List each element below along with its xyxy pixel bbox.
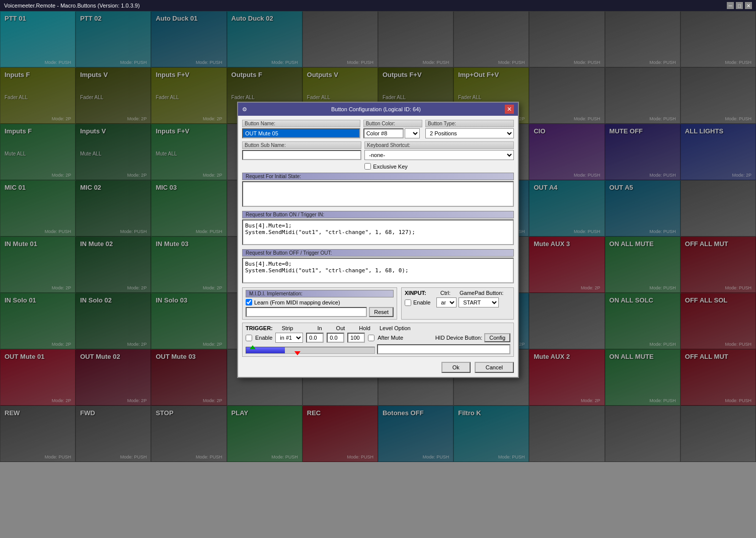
button-color-group: Button Color: ▼	[363, 120, 422, 138]
keyboard-shortcut-label: Keyboard Shortcut:	[364, 141, 514, 149]
xinput-enable-label: Enable	[413, 299, 430, 305]
out-label: Out	[336, 325, 345, 331]
modal-overlay: ⚙ Button Configuration (Logical ID: 64) …	[0, 11, 756, 538]
minimize-button[interactable]: ─	[727, 2, 734, 9]
config-button[interactable]: Config	[484, 333, 510, 342]
initial-state-section: Request For Initial State:	[242, 173, 514, 208]
request-off-label: Request for Button OFF / Trigger OUT:	[242, 249, 514, 257]
in-value-input[interactable]	[306, 333, 324, 343]
trigger-enable-checkbox[interactable]	[246, 335, 252, 341]
maximize-button[interactable]: □	[736, 2, 743, 9]
gamepad-label: GamePad Button:	[460, 290, 503, 296]
dialog-close-button[interactable]: ✕	[505, 105, 514, 114]
button-color-label: Button Color:	[363, 120, 422, 127]
in-label: In	[317, 325, 322, 331]
exclusive-key-checkbox[interactable]	[364, 163, 371, 170]
exclusive-key-row: Exclusive Key	[364, 163, 514, 170]
learn-checkbox[interactable]	[246, 299, 252, 305]
xinput-enable-row: Enable	[405, 299, 430, 306]
midi-section: M.I.D.I. Implementation: Learn (From MID…	[242, 287, 397, 320]
ok-button[interactable]: Ok	[441, 362, 471, 373]
xinput-label: XINPUT:	[405, 290, 426, 296]
level-option-label: Level Option	[380, 325, 411, 331]
hold-label: Hold	[359, 325, 370, 331]
button-type-select[interactable]: 2 Positions	[425, 128, 514, 138]
ctrl-label: Ctrl:	[440, 290, 450, 296]
initial-state-textarea[interactable]	[242, 181, 514, 207]
button-subname-group: Button Sub Name:	[242, 141, 361, 160]
button-subname-input[interactable]	[242, 150, 361, 160]
hid-device-input[interactable]	[377, 344, 510, 354]
after-mute-checkbox[interactable]	[368, 335, 374, 341]
strip-select[interactable]: in #1	[275, 333, 303, 343]
title-bar: Voicemeeter.Remote - Macro.Buttons (Vers…	[0, 0, 756, 11]
progress-bar	[246, 347, 375, 354]
learn-label: Learn (From MIDI mapping device)	[254, 299, 340, 305]
request-on-textarea[interactable]: Bus[4].Mute=1; System.SendMidi("out1", "…	[242, 219, 514, 245]
hold-value-input[interactable]	[347, 333, 365, 343]
button-type-group: Button Type: 2 Positions	[425, 120, 514, 138]
button-config-dialog: ⚙ Button Configuration (Logical ID: 64) …	[237, 102, 519, 378]
button-name-label: Button Name:	[242, 120, 360, 127]
ctrl-select[interactable]: any	[436, 297, 457, 308]
row-name-color-type: Button Name: Button Color: ▼ Button Type…	[242, 120, 514, 138]
keyboard-shortcut-group: Keyboard Shortcut: -none- Exclusive Key	[364, 141, 514, 170]
request-on-section: Request for Button ON / Trigger IN: Bus[…	[242, 211, 514, 246]
request-on-label: Request for Button ON / Trigger IN:	[242, 211, 514, 218]
dialog-title-bar: ⚙ Button Configuration (Logical ID: 64) …	[238, 103, 518, 116]
button-color-select[interactable]: ▼	[405, 128, 420, 138]
close-button[interactable]: ✕	[745, 2, 752, 9]
trigger-enable-label: Enable	[255, 335, 272, 341]
reset-button[interactable]: Reset	[369, 307, 394, 317]
button-name-group: Button Name:	[242, 120, 360, 138]
trigger-section: TRIGGER: Strip In Out Hold Level Option …	[242, 323, 514, 357]
progress-marker-bottom	[294, 351, 300, 355]
xinput-section: XINPUT: Ctrl: GamePad Button: Enable any	[401, 287, 514, 320]
button-color-input[interactable]	[363, 128, 404, 138]
request-off-textarea[interactable]: Bus[4].Mute=0; System.SendMidi("out1", "…	[242, 258, 514, 283]
keyboard-shortcut-select[interactable]: -none-	[364, 150, 514, 160]
exclusive-key-label: Exclusive Key	[373, 164, 407, 170]
button-type-label: Button Type:	[425, 120, 514, 127]
gamepad-button-select[interactable]: START	[459, 297, 499, 308]
cancel-button[interactable]: Cancel	[475, 362, 514, 373]
out-value-input[interactable]	[327, 333, 344, 343]
dialog-buttons: Ok Cancel	[242, 362, 514, 373]
initial-state-label: Request For Initial State:	[242, 173, 514, 180]
trigger-label: TRIGGER:	[246, 325, 273, 331]
midi-label: M.I.D.I. Implementation:	[246, 290, 394, 297]
dialog-title-icon: ⚙	[242, 106, 247, 113]
button-subname-label: Button Sub Name:	[242, 141, 361, 149]
row-subname-shortcut: Button Sub Name: Keyboard Shortcut: -non…	[242, 141, 514, 170]
strip-label: Strip	[282, 325, 293, 331]
progress-marker-top	[250, 345, 256, 349]
request-off-section: Request for Button OFF / Trigger OUT: Bu…	[242, 249, 514, 284]
after-mute-label: After Mute	[377, 335, 403, 341]
learn-row: Learn (From MIDI mapping device)	[246, 299, 394, 305]
xinput-enable-checkbox[interactable]	[405, 299, 411, 306]
progress-area	[246, 347, 375, 354]
button-name-input[interactable]	[242, 128, 360, 138]
dialog-body: Button Name: Button Color: ▼ Button Type…	[238, 116, 518, 377]
midi-input-field[interactable]	[246, 307, 367, 317]
dialog-title-text: Button Configuration (Logical ID: 64)	[331, 106, 421, 112]
hid-label: HID Device Button:	[435, 335, 483, 341]
app-title: Voicemeeter.Remote - Macro.Buttons (Vers…	[4, 3, 140, 9]
midi-xinput-row: M.I.D.I. Implementation: Learn (From MID…	[242, 287, 514, 320]
